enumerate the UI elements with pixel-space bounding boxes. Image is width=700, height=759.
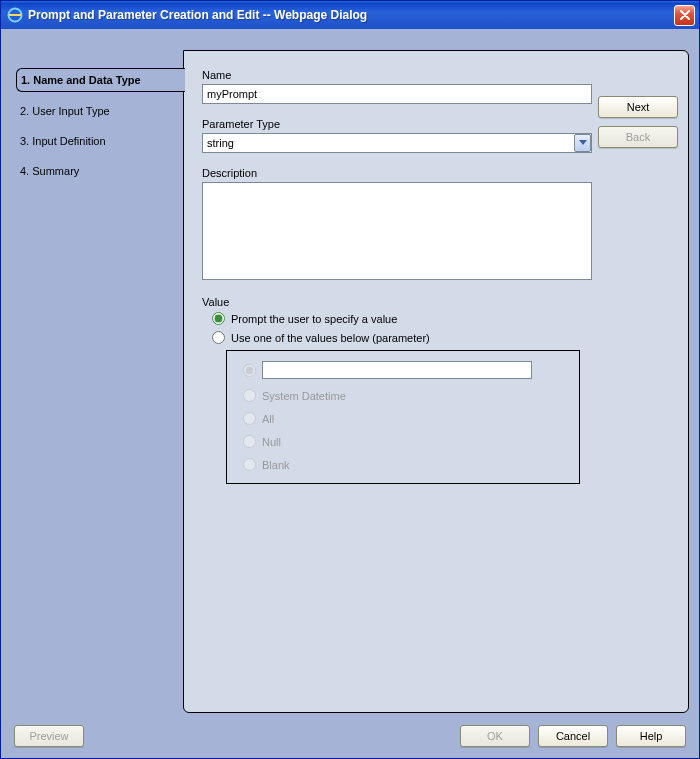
description-row: Description xyxy=(202,167,672,282)
cancel-button[interactable]: Cancel xyxy=(538,725,608,747)
wizard-step-summary[interactable]: 4. Summary xyxy=(16,160,184,182)
nested-blank-radio xyxy=(243,458,256,471)
nested-system-datetime-label: System Datetime xyxy=(262,390,346,402)
dialog-window: Prompt and Parameter Creation and Edit -… xyxy=(0,0,700,759)
wizard-step-user-input[interactable]: 2. User Input Type xyxy=(16,100,184,122)
nested-all-radio xyxy=(243,412,256,425)
nested-all-label: All xyxy=(262,413,274,425)
content-panel: Next Back Name Parameter Type xyxy=(183,50,689,713)
radio-prompt-user-input[interactable] xyxy=(212,312,225,325)
nested-blank-row: Blank xyxy=(243,458,567,471)
nested-null-radio xyxy=(243,435,256,448)
name-label: Name xyxy=(202,69,592,81)
nested-null-row: Null xyxy=(243,435,567,448)
ok-button: OK xyxy=(460,725,530,747)
radio-use-one-label: Use one of the values below (parameter) xyxy=(231,332,430,344)
description-label: Description xyxy=(202,167,672,179)
inner-area: 1. Name and Data Type 2. User Input Type… xyxy=(4,32,696,755)
value-label: Value xyxy=(202,296,592,308)
wizard-step-input-definition[interactable]: 3. Input Definition xyxy=(16,130,184,152)
client-area: 1. Name and Data Type 2. User Input Type… xyxy=(1,29,699,758)
nested-system-datetime-row: System Datetime xyxy=(243,389,567,402)
chevron-down-icon[interactable] xyxy=(574,134,591,152)
preview-button: Preview xyxy=(14,725,84,747)
ie-icon xyxy=(7,7,23,23)
wizard-step-name-type[interactable]: 1. Name and Data Type xyxy=(16,68,185,92)
window-title: Prompt and Parameter Creation and Edit -… xyxy=(28,8,674,22)
radio-use-one[interactable]: Use one of the values below (parameter) xyxy=(212,331,592,344)
back-button: Back xyxy=(598,126,678,148)
value-section: Value Prompt the user to specify a value… xyxy=(202,296,592,484)
nested-system-datetime-radio xyxy=(243,389,256,402)
radio-prompt-user[interactable]: Prompt the user to specify a value xyxy=(212,312,592,325)
close-button[interactable] xyxy=(674,5,695,26)
help-button[interactable]: Help xyxy=(616,725,686,747)
wizard-sidebar: 1. Name and Data Type 2. User Input Type… xyxy=(4,50,184,190)
name-input[interactable] xyxy=(202,84,592,104)
nested-values-box: System Datetime All Null Blank xyxy=(226,350,580,484)
param-type-select[interactable] xyxy=(202,133,592,153)
param-type-value[interactable] xyxy=(202,133,592,153)
nested-blank-label: Blank xyxy=(262,459,290,471)
nested-custom-row xyxy=(243,361,567,379)
bottom-bar: Preview OK Cancel Help xyxy=(4,717,696,755)
titlebar: Prompt and Parameter Creation and Edit -… xyxy=(1,1,699,29)
radio-use-one-input[interactable] xyxy=(212,331,225,344)
name-row: Name xyxy=(202,69,592,104)
next-button[interactable]: Next xyxy=(598,96,678,118)
nested-custom-radio xyxy=(243,364,256,377)
radio-prompt-user-label: Prompt the user to specify a value xyxy=(231,313,397,325)
nested-custom-input xyxy=(262,361,532,379)
nested-all-row: All xyxy=(243,412,567,425)
nested-null-label: Null xyxy=(262,436,281,448)
nav-buttons: Next Back xyxy=(598,96,678,148)
description-input[interactable] xyxy=(202,182,592,280)
